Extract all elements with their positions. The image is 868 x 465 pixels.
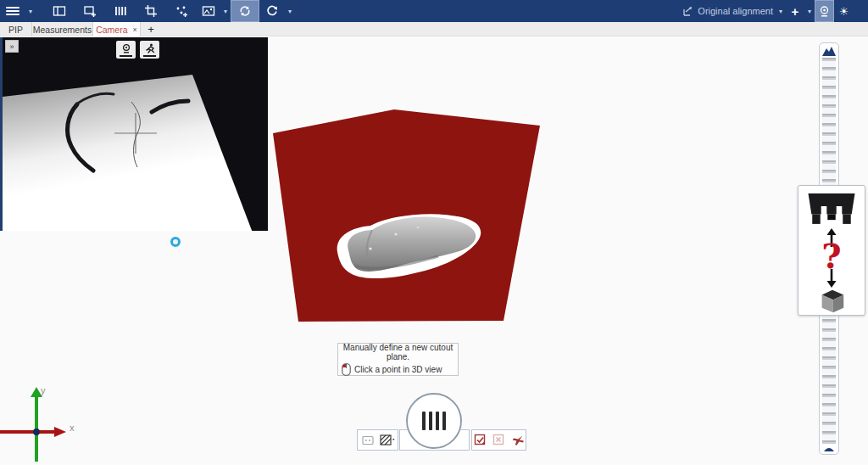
crop-icon [144, 4, 158, 18]
transform-scan-button[interactable] [509, 432, 526, 449]
display-options-group [357, 429, 398, 451]
webcam-icon [120, 43, 132, 54]
menu-caret-icon[interactable]: ▾ [25, 0, 36, 22]
tooltip-text: Manually define a new cutout plane. [342, 343, 454, 361]
fringe-pattern-button[interactable] [105, 0, 136, 22]
alignment-caret-icon[interactable]: ▾ [776, 0, 786, 22]
tooltip-action-text: Click a point in 3D view [354, 365, 442, 374]
live-tracking-button[interactable] [140, 41, 159, 59]
near-range-icon [823, 445, 835, 451]
snapshot-icon [202, 4, 215, 18]
tab-camera-label: Camera [96, 25, 127, 35]
x-axis-label: x [70, 423, 75, 433]
tab-add-button[interactable]: + [141, 22, 161, 36]
hamburger-icon [6, 7, 19, 15]
alignment-dropdown[interactable]: Original alignment [696, 6, 776, 16]
add-annotation-button[interactable] [75, 0, 105, 22]
y-axis-label: y [41, 385, 46, 395]
webcam-icon [818, 5, 831, 18]
sync-button[interactable] [231, 0, 259, 22]
mouse-left-click-icon [342, 363, 351, 376]
snapshot-button[interactable] [197, 0, 220, 22]
alignment-button[interactable] [679, 0, 696, 22]
active-indicator [143, 55, 156, 57]
fringe-pattern-icon [114, 4, 127, 18]
menu-button[interactable] [0, 0, 25, 22]
discard-scan-icon [492, 434, 505, 446]
active-indicator [120, 55, 132, 57]
runner-icon [144, 43, 156, 54]
airplane-icon [511, 434, 525, 447]
instruction-tooltip: Manually define a new cutout plane. Clic… [337, 343, 459, 376]
point-cloud-icon [175, 4, 188, 18]
cutout-plane [273, 109, 540, 322]
view-tabbar: PIP Measurements Camera × + [0, 22, 868, 36]
accept-scan-icon [474, 434, 487, 446]
brightness-button[interactable]: ☀ [834, 0, 854, 22]
tab-pip[interactable]: PIP [0, 22, 32, 36]
webcam-view-button[interactable] [815, 0, 834, 22]
question-mark: ? [821, 239, 841, 273]
camera-image [3, 37, 268, 231]
pip-toggle-icon [362, 435, 374, 445]
refresh-icon [265, 4, 279, 18]
texture-mode-icon [380, 434, 395, 446]
crop-button[interactable] [136, 0, 166, 22]
camera-live-view[interactable]: » [0, 37, 268, 231]
panel-layout-icon [53, 4, 66, 18]
main-toolbar: ▾ [0, 0, 868, 22]
refresh-caret-icon[interactable]: ▾ [285, 0, 295, 22]
tab-close-icon[interactable]: × [133, 25, 137, 34]
viewport-3d[interactable] [267, 106, 548, 325]
start-scan-button[interactable] [406, 393, 462, 449]
add-element-caret-icon[interactable]: ▾ [804, 0, 815, 22]
app-window: ▾ [0, 0, 868, 465]
tab-measurements[interactable]: Measurements [32, 22, 93, 36]
alignment-icon [682, 5, 693, 17]
far-range-icon [822, 46, 836, 56]
panel-expand-button[interactable]: » [5, 40, 19, 53]
fringe-bars-icon [422, 412, 426, 430]
pip-toggle-button[interactable] [359, 432, 376, 449]
point-cloud-button[interactable] [166, 0, 197, 22]
discard-scan-button[interactable] [491, 432, 507, 449]
accept-scan-button[interactable] [472, 432, 488, 449]
camera-mode-button[interactable] [116, 41, 136, 59]
scan-distance-helper: ? [798, 185, 865, 316]
distance-question: ? [815, 228, 849, 288]
tab-camera[interactable]: Camera × [93, 22, 141, 36]
sync-icon [238, 4, 252, 18]
snapshot-caret-icon[interactable]: ▾ [220, 0, 231, 22]
scan-confirm-group [471, 429, 526, 451]
tracking-marker-icon [170, 237, 181, 247]
scanner-device-icon [804, 192, 859, 227]
add-element-button[interactable]: + [786, 0, 804, 22]
texture-mode-button[interactable] [379, 432, 396, 449]
object-cube-icon [813, 288, 850, 315]
add-annotation-icon [83, 4, 97, 18]
refresh-button[interactable] [259, 0, 285, 22]
panel-layout-button[interactable] [44, 0, 75, 22]
